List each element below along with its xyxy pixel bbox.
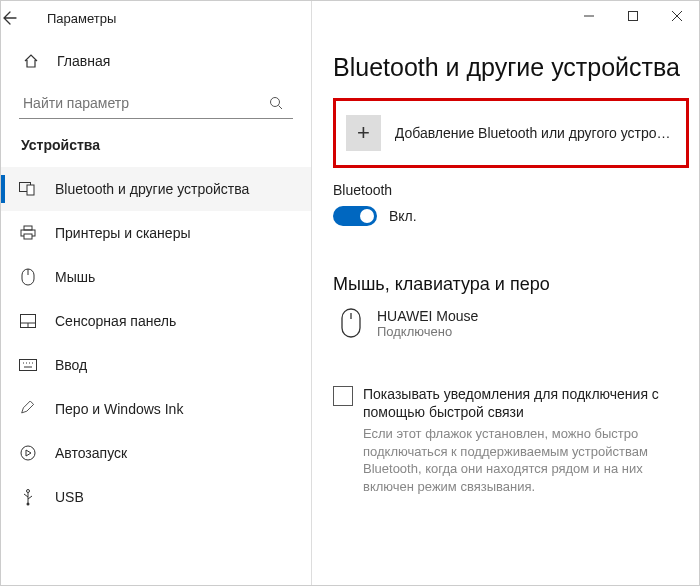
svg-point-25 [27, 503, 30, 506]
devices-subheading: Мышь, клавиатура и перо [333, 274, 699, 295]
device-status: Подключено [377, 324, 478, 339]
svg-rect-16 [20, 360, 37, 371]
devices-icon [17, 182, 39, 196]
sidebar-item-touchpad[interactable]: Сенсорная панель [1, 299, 311, 343]
back-button[interactable] [1, 10, 41, 26]
search-icon [269, 96, 293, 110]
add-device-button[interactable]: + Добавление Bluetooth или другого устро… [333, 98, 689, 168]
nav-label: Принтеры и сканеры [55, 225, 190, 241]
swift-pair-checkbox[interactable] [333, 386, 353, 406]
autoplay-icon [17, 445, 39, 461]
nav-label: USB [55, 489, 84, 505]
bluetooth-section-label: Bluetooth [333, 182, 699, 198]
svg-rect-7 [27, 185, 34, 195]
close-button[interactable] [655, 1, 699, 31]
svg-point-23 [27, 490, 30, 493]
nav-label: Автозапуск [55, 445, 127, 461]
sidebar-home-label: Главная [57, 53, 110, 69]
sidebar-item-typing[interactable]: Ввод [1, 343, 311, 387]
svg-point-22 [21, 446, 35, 460]
keyboard-icon [17, 359, 39, 371]
nav-label: Сенсорная панель [55, 313, 176, 329]
sidebar-item-autoplay[interactable]: Автозапуск [1, 431, 311, 475]
nav-label: Ввод [55, 357, 87, 373]
search-box[interactable] [19, 87, 293, 119]
svg-rect-1 [629, 12, 638, 21]
sidebar-item-printers[interactable]: Принтеры и сканеры [1, 211, 311, 255]
nav-label: Мышь [55, 269, 95, 285]
minimize-button[interactable] [567, 1, 611, 31]
mouse-icon [17, 268, 39, 286]
printer-icon [17, 225, 39, 241]
bluetooth-toggle-state: Вкл. [389, 208, 417, 224]
device-item[interactable]: HUAWEI Mouse Подключено [333, 303, 699, 343]
minimize-icon [584, 11, 594, 21]
device-name: HUAWEI Mouse [377, 308, 478, 324]
svg-rect-8 [24, 226, 32, 230]
arrow-left-icon [1, 10, 17, 26]
sidebar-section-title: Устройства [1, 133, 311, 167]
pen-icon [17, 401, 39, 417]
search-input[interactable] [19, 95, 269, 111]
sidebar: Главная Устройства Bluetooth и другие ус… [1, 35, 311, 585]
nav-label: Bluetooth и другие устройства [55, 181, 249, 197]
swift-pair-hint: Если этот флажок установлен, можно быстр… [363, 425, 699, 495]
sidebar-item-bluetooth[interactable]: Bluetooth и другие устройства [1, 167, 311, 211]
svg-rect-10 [24, 234, 32, 239]
touchpad-icon [17, 314, 39, 328]
add-device-label: Добавление Bluetooth или другого устройс… [395, 125, 676, 141]
maximize-button[interactable] [611, 1, 655, 31]
home-icon [21, 53, 41, 69]
content-pane: Bluetooth и другие устройства + Добавлен… [311, 35, 699, 585]
sidebar-item-usb[interactable]: USB [1, 475, 311, 519]
sidebar-item-pen[interactable]: Перо и Windows Ink [1, 387, 311, 431]
titlebar: Параметры [1, 1, 699, 35]
window-controls [567, 1, 699, 31]
vertical-divider [311, 1, 312, 585]
sidebar-home[interactable]: Главная [1, 45, 311, 77]
plus-icon: + [346, 115, 381, 151]
maximize-icon [628, 11, 638, 21]
close-icon [672, 11, 682, 21]
bluetooth-toggle[interactable] [333, 206, 377, 226]
sidebar-item-mouse[interactable]: Мышь [1, 255, 311, 299]
swift-pair-label: Показывать уведомления для подключения с… [363, 385, 681, 421]
page-heading: Bluetooth и другие устройства [333, 53, 699, 82]
nav-label: Перо и Windows Ink [55, 401, 183, 417]
mouse-device-icon [333, 303, 369, 343]
svg-line-5 [279, 105, 283, 109]
usb-icon [17, 488, 39, 506]
svg-point-4 [271, 97, 280, 106]
window-title: Параметры [47, 11, 116, 26]
